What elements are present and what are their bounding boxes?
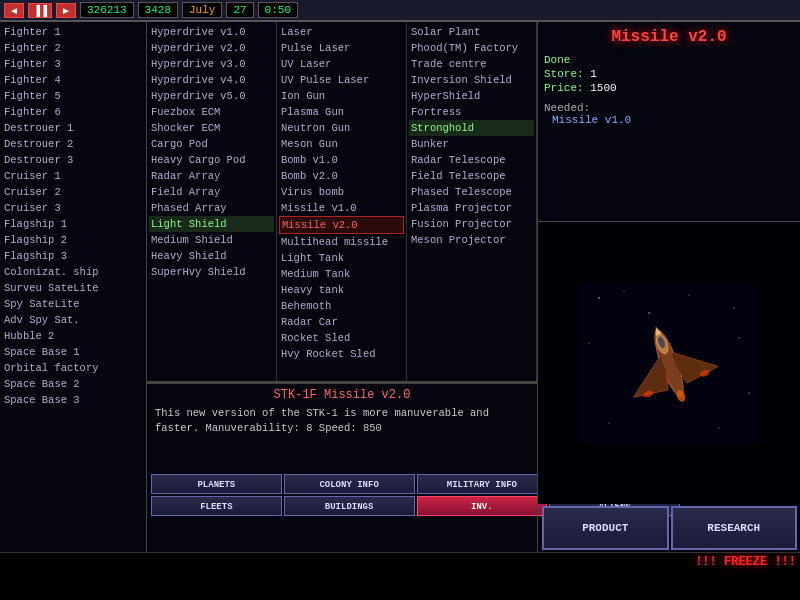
building-list-item[interactable]: Bunker (409, 136, 534, 152)
unit-list-item[interactable]: Space Base 1 (2, 344, 144, 360)
equipment-list-item[interactable]: Hyperdrive v5.0 (149, 88, 274, 104)
weapon-list-item[interactable]: Ion Gun (279, 88, 404, 104)
description-area: STK-1F Missile v2.0 This new version of … (147, 382, 537, 472)
unit-list-item[interactable]: Hubble 2 (2, 328, 144, 344)
unit-list-item[interactable]: Destrouer 3 (2, 152, 144, 168)
bottom-right-buttons: PRODUCTRESEARCH (538, 504, 800, 552)
equipment-list-item[interactable]: Phased Array (149, 200, 274, 216)
unit-list-item[interactable]: Spy SateLite (2, 296, 144, 312)
weapon-list-item[interactable]: Heavy tank (279, 282, 404, 298)
building-list-item[interactable]: Plasma Projector (409, 200, 534, 216)
building-list-item[interactable]: Phood(TM) Factory (409, 40, 534, 56)
weapon-list-item[interactable]: Light Tank (279, 250, 404, 266)
unit-list-item[interactable]: Orbital factory (2, 360, 144, 376)
equipment-list-item[interactable]: Light Shield (149, 216, 274, 232)
unit-list-item[interactable]: Fighter 3 (2, 56, 144, 72)
action-button[interactable]: PRODUCT (542, 506, 669, 550)
unit-list-item[interactable]: Destrouer 2 (2, 136, 144, 152)
unit-list-item[interactable]: Colonizat. ship (2, 264, 144, 280)
unit-list-item[interactable]: Fighter 5 (2, 88, 144, 104)
weapon-list-item[interactable]: Pulse Laser (279, 40, 404, 56)
weapon-list-item[interactable]: Bomb v1.0 (279, 152, 404, 168)
weapon-list-item[interactable]: UV Pulse Laser (279, 72, 404, 88)
weapon-list-item[interactable]: Missile v2.0 (279, 216, 404, 234)
action-button[interactable]: RESEARCH (671, 506, 798, 550)
unit-list-item[interactable]: Flagship 1 (2, 216, 144, 232)
unit-list-item[interactable]: Space Base 2 (2, 376, 144, 392)
unit-list-item[interactable]: Flagship 2 (2, 232, 144, 248)
weapon-list-item[interactable]: Radar Car (279, 314, 404, 330)
unit-list-item[interactable]: Cruiser 1 (2, 168, 144, 184)
svg-point-1 (598, 297, 600, 299)
equipment-list-item[interactable]: Heavy Cargo Pod (149, 152, 274, 168)
weapon-list-item[interactable]: Missile v1.0 (279, 200, 404, 216)
building-list-item[interactable]: Fortress (409, 104, 534, 120)
buildings-col: Solar PlantPhood(TM) FactoryTrade centre… (407, 22, 537, 381)
unit-list-item[interactable]: Fighter 4 (2, 72, 144, 88)
nav-button[interactable]: INV. (417, 496, 548, 516)
weapon-list-item[interactable]: Neutron Gun (279, 120, 404, 136)
weapon-list-item[interactable]: UV Laser (279, 56, 404, 72)
building-list-item[interactable]: Inversion Shield (409, 72, 534, 88)
unit-list-item[interactable]: Cruiser 2 (2, 184, 144, 200)
weapon-list-item[interactable]: Medium Tank (279, 266, 404, 282)
weapon-list-item[interactable]: Behemoth (279, 298, 404, 314)
unit-list-item[interactable]: Surveu SateLite (2, 280, 144, 296)
building-list-item[interactable]: Phased Telescope (409, 184, 534, 200)
nav-button[interactable]: MILITARY INFO (417, 474, 548, 494)
arrow-right-btn[interactable]: ► (56, 3, 76, 18)
arrow-left-btn[interactable]: ◄ (4, 3, 24, 18)
building-list-item[interactable]: Stronghold (409, 120, 534, 136)
day-display: 27 (226, 2, 253, 18)
weapon-list-item[interactable]: Laser (279, 24, 404, 40)
unit-list-item[interactable]: Adv Spy Sat. (2, 312, 144, 328)
svg-point-8 (608, 422, 609, 423)
weapon-list-item[interactable]: Rocket Sled (279, 330, 404, 346)
pause-btn[interactable]: ▐▐ (28, 3, 52, 18)
equipment-list-item[interactable]: Shocker ECM (149, 120, 274, 136)
weapon-list-item[interactable]: Hvy Rocket Sled (279, 346, 404, 362)
equipment-list-item[interactable]: Hyperdrive v1.0 (149, 24, 274, 40)
weapon-list-item[interactable]: Meson Gun (279, 136, 404, 152)
building-list-item[interactable]: Solar Plant (409, 24, 534, 40)
nav-button[interactable]: COLONY INFO (284, 474, 415, 494)
equipment-list-item[interactable]: Heavy Shield (149, 248, 274, 264)
weapon-list-item[interactable]: Multihead missile (279, 234, 404, 250)
nav-button[interactable]: FLEETS (151, 496, 282, 516)
weapon-list-item[interactable]: Virus bomb (279, 184, 404, 200)
equipment-list-item[interactable]: Radar Array (149, 168, 274, 184)
building-list-item[interactable]: HyperShield (409, 88, 534, 104)
building-list-item[interactable]: Meson Projector (409, 232, 534, 248)
equipment-list-item[interactable]: Fuezbox ECM (149, 104, 274, 120)
unit-list-item[interactable]: Destrouer 1 (2, 120, 144, 136)
main-area: Fighter 1Fighter 2Fighter 3Fighter 4Figh… (0, 22, 800, 552)
unit-list-item[interactable]: Fighter 1 (2, 24, 144, 40)
unit-list-item[interactable]: Fighter 6 (2, 104, 144, 120)
unit-list-item[interactable]: Cruiser 3 (2, 200, 144, 216)
svg-point-4 (688, 294, 689, 295)
equipment-list-item[interactable]: Hyperdrive v4.0 (149, 72, 274, 88)
building-list-item[interactable]: Trade centre (409, 56, 534, 72)
equipment-list-item[interactable]: SuperHvy Shield (149, 264, 274, 280)
unit-list-item[interactable]: Space Base 3 (2, 392, 144, 408)
unit-list-item[interactable]: Flagship 3 (2, 248, 144, 264)
building-list-item[interactable]: Fusion Projector (409, 216, 534, 232)
equipment-list-item[interactable]: Cargo Pod (149, 136, 274, 152)
unit-list-item[interactable]: Fighter 2 (2, 40, 144, 56)
top-bar: ◄ ▐▐ ► 326213 3428 July 27 0:50 (0, 0, 800, 22)
weapon-list-item[interactable]: Bomb v2.0 (279, 168, 404, 184)
freeze-bar: !!! FREEZE !!! (0, 552, 800, 570)
nav-button[interactable]: BUILDINGS (284, 496, 415, 516)
equipment-list-item[interactable]: Hyperdrive v3.0 (149, 56, 274, 72)
equipment-list-item[interactable]: Hyperdrive v2.0 (149, 40, 274, 56)
svg-point-6 (589, 343, 590, 344)
building-list-item[interactable]: Field Telescope (409, 168, 534, 184)
weapon-list-item[interactable]: Plasma Gun (279, 104, 404, 120)
nav-button[interactable]: PLANETS (151, 474, 282, 494)
svg-point-7 (738, 337, 739, 338)
building-list-item[interactable]: Radar Telescope (409, 152, 534, 168)
spaceship-image (579, 283, 759, 443)
desc-title: STK-1F Missile v2.0 (155, 388, 529, 402)
equipment-list-item[interactable]: Field Array (149, 184, 274, 200)
equipment-list-item[interactable]: Medium Shield (149, 232, 274, 248)
